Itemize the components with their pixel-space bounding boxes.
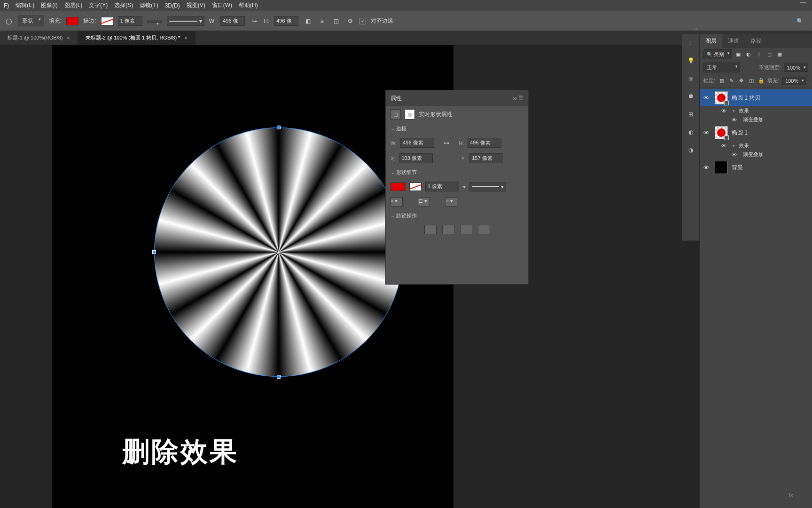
filter-pixel-icon[interactable]: ▣ (735, 51, 742, 58)
stroke-width-dropdown[interactable] (147, 20, 162, 23)
arrange-icon[interactable]: ◫ (331, 16, 341, 26)
chevron-down-icon[interactable]: ▾ (733, 109, 735, 113)
path-ops-section[interactable]: 路径操作 (386, 209, 528, 222)
window-minimize-icon[interactable] (800, 2, 806, 3)
path-ops-icon[interactable]: ◧ (303, 16, 312, 26)
path-subtract-button[interactable] (442, 225, 454, 234)
prop-stroke-swatch[interactable] (409, 183, 422, 191)
stroke-width-input[interactable]: 1 像素 (118, 16, 142, 26)
stroke-style-dropdown[interactable]: ▾ (167, 16, 204, 26)
opacity-input[interactable]: 100% (784, 64, 808, 72)
prop-stroke-width[interactable]: 1 像素 (425, 182, 459, 191)
layer-fx-gradient[interactable]: 👁 渐变叠加 (700, 115, 812, 124)
layer-background[interactable]: 👁 背景 (700, 159, 812, 176)
adjustments-icon[interactable]: ◐ (685, 127, 696, 138)
layer-thumbnail[interactable] (715, 161, 728, 174)
fill-input[interactable]: 100% (782, 77, 806, 85)
filter-adjust-icon[interactable]: ◐ (745, 51, 752, 58)
libraries-icon[interactable]: ◎ (685, 73, 696, 84)
link-wh-icon[interactable]: ⊶ (250, 16, 259, 26)
blend-mode-dropdown[interactable]: 正常 (703, 63, 740, 72)
panel-menu[interactable]: ›› ☰ (513, 95, 523, 102)
stroke-corners-dropdown[interactable]: ⌐ ▾ (445, 197, 457, 206)
link-icon[interactable]: ⊶ (444, 140, 449, 146)
path-exclude-button[interactable] (478, 225, 490, 234)
menu-type[interactable]: 文字(Y) (89, 1, 108, 9)
close-tab-icon[interactable]: × (67, 34, 70, 41)
layer-fx-gradient[interactable]: 👁 渐变叠加 (700, 150, 812, 159)
visibility-icon[interactable]: 👁 (732, 117, 739, 123)
layer-effects-row[interactable]: 👁 ▾ 效果 (700, 106, 812, 115)
collapse-chevron-icon[interactable]: ‹‹ (694, 26, 697, 31)
stroke-swatch[interactable] (101, 17, 113, 25)
layer-filter-dropdown[interactable]: 🔍 类别 (703, 49, 732, 59)
shape-selection[interactable] (154, 127, 403, 377)
prop-y-input[interactable]: 157 像素 (469, 153, 503, 163)
lock-artboard-icon[interactable]: ◫ (748, 77, 755, 84)
channels-tab[interactable]: 通道 (722, 34, 745, 48)
visibility-icon[interactable]: 👁 (721, 143, 729, 149)
document-tab-1[interactable]: 标题-1 @ 100%(RGB/8) × (0, 31, 78, 45)
shape-detail-section[interactable]: 形状细节 (386, 166, 528, 179)
grid-icon[interactable]: ⊞ (685, 109, 696, 120)
visibility-icon[interactable]: 👁 (732, 152, 739, 158)
path-combine-button[interactable] (424, 225, 437, 234)
visibility-icon[interactable]: 👁 (703, 129, 711, 136)
lock-transparent-icon[interactable]: ▨ (718, 77, 725, 84)
menu-image[interactable]: 图像(I) (41, 1, 57, 9)
paths-tab[interactable]: 路径 (745, 34, 767, 48)
prop-h-input[interactable]: 496 像素 (468, 138, 501, 148)
menu-layer[interactable]: 图层(L) (64, 1, 83, 9)
menu-help[interactable]: 帮助(H) (239, 1, 258, 9)
layer-effects-row[interactable]: 👁 ▾ 效果 (700, 141, 812, 150)
layer-thumbnail[interactable] (715, 126, 728, 139)
dropdown-icon[interactable]: ▾ (463, 183, 466, 190)
layer-ellipse-copy[interactable]: 👁 椭圆 1 拷贝 (700, 89, 812, 106)
stroke-caps-dropdown[interactable]: ⊏ ▾ (418, 197, 430, 206)
filter-smart-icon[interactable]: ▦ (776, 51, 783, 58)
prop-x-input[interactable]: 103 像素 (399, 153, 433, 163)
lightbulb-icon[interactable]: 💡 (685, 55, 696, 66)
close-tab-icon[interactable]: × (184, 34, 187, 41)
layer-ellipse-1[interactable]: 👁 椭圆 1 (700, 124, 812, 141)
height-input[interactable]: 496 像 (274, 16, 298, 26)
filter-type-icon[interactable]: T (756, 51, 763, 58)
path-intersect-button[interactable] (460, 225, 472, 234)
shape-tool-icon[interactable]: ◯ (4, 16, 13, 26)
handle-bottom[interactable] (277, 375, 281, 379)
handle-top[interactable] (277, 126, 281, 129)
prop-stroke-style[interactable]: ▾ (469, 182, 506, 191)
menu-file[interactable]: F) (4, 2, 9, 9)
align-edges-checkbox[interactable]: ✓ (359, 18, 366, 24)
styles-icon[interactable]: ◑ (685, 144, 696, 156)
search-icon[interactable]: 🔍 (795, 16, 804, 26)
stroke-align-dropdown[interactable]: ▫ ▾ (390, 197, 403, 206)
gear-icon[interactable]: ⚙ (345, 16, 355, 26)
visibility-icon[interactable]: 👁 (703, 164, 711, 171)
document-tab-2[interactable]: 未标题-2 @ 100% (椭圆 1 拷贝, RGB/8) * × (78, 31, 195, 45)
menu-edit[interactable]: 编辑(E) (16, 1, 34, 9)
handle-left[interactable] (152, 250, 156, 254)
properties-tab[interactable]: 属性 (390, 95, 402, 103)
menu-filter[interactable]: 滤镜(T) (140, 1, 158, 9)
history-icon[interactable]: ↕ (685, 37, 696, 48)
menu-3d[interactable]: 3D(D) (165, 2, 180, 9)
lock-brush-icon[interactable]: ✎ (728, 77, 735, 84)
lock-all-icon[interactable]: 🔒 (757, 77, 765, 84)
border-section[interactable]: 边框 (386, 122, 528, 135)
menu-select[interactable]: 选择(S) (114, 1, 133, 9)
menu-window[interactable]: 窗口(W) (212, 1, 232, 9)
prop-fill-swatch[interactable] (390, 183, 406, 191)
layers-tab[interactable]: 图层 (700, 34, 722, 48)
layer-thumbnail[interactable] (715, 91, 728, 104)
chevron-down-icon[interactable]: ▾ (733, 143, 735, 148)
lock-position-icon[interactable]: ✥ (738, 77, 745, 84)
prop-w-input[interactable]: 496 像素 (400, 138, 434, 148)
align-icon[interactable]: ≡ (317, 16, 327, 26)
tool-mode-dropdown[interactable]: 形状 (18, 16, 44, 26)
visibility-icon[interactable]: 👁 (703, 95, 711, 102)
filter-shape-icon[interactable]: ◻ (766, 51, 773, 58)
swatches-icon[interactable]: ⚈ (685, 91, 696, 102)
fill-swatch[interactable] (66, 17, 78, 25)
width-input[interactable]: 496 像 (220, 16, 245, 26)
